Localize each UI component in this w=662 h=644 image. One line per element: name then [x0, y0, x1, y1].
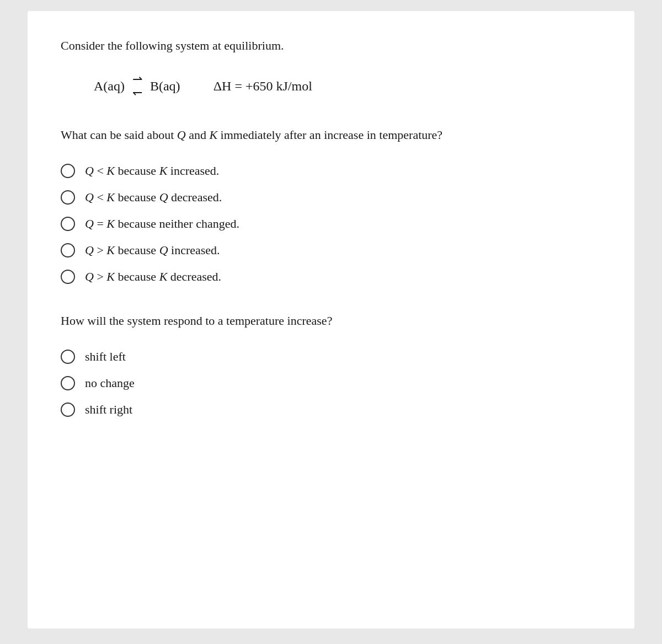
q2-opt3-label: shift right	[85, 402, 132, 417]
radio-q2-opt2[interactable]	[61, 376, 75, 390]
equation: A(aq) ⇀ ↽ B(aq)	[94, 73, 180, 99]
q1-opt4-label: Q > K because Q increased.	[85, 243, 220, 257]
question2-options: shift left no change shift right	[61, 350, 601, 417]
question2-text: How will the system respond to a tempera…	[61, 312, 601, 330]
q1-option4[interactable]: Q > K because Q increased.	[61, 243, 601, 257]
radio-q2-opt3[interactable]	[61, 402, 75, 417]
q1-option5[interactable]: Q > K because K decreased.	[61, 270, 601, 284]
radio-q1-opt4[interactable]	[61, 243, 75, 257]
q2-opt1-label: shift left	[85, 350, 126, 364]
page-container: Consider the following system at equilib…	[28, 11, 634, 629]
q1-option2[interactable]: Q < K because Q decreased.	[61, 190, 601, 205]
radio-q1-opt2[interactable]	[61, 190, 75, 205]
radio-q1-opt5[interactable]	[61, 270, 75, 284]
q1-option3[interactable]: Q = K because neither changed.	[61, 217, 601, 231]
question1-text: What can be said about Q and K immediate…	[61, 126, 601, 144]
radio-q2-opt1[interactable]	[61, 350, 75, 364]
radio-q1-opt3[interactable]	[61, 217, 75, 231]
q2-option1[interactable]: shift left	[61, 350, 601, 364]
q2-opt2-label: no change	[85, 376, 135, 390]
question1-options: Q < K because K increased. Q < K because…	[61, 164, 601, 284]
equation-block: A(aq) ⇀ ↽ B(aq) ΔH = +650 kJ/mol	[94, 73, 601, 99]
intro-text: Consider the following system at equilib…	[61, 39, 601, 53]
q2-option2[interactable]: no change	[61, 376, 601, 390]
q1-opt1-label: Q < K because K increased.	[85, 164, 219, 178]
reactant: A(aq)	[94, 79, 125, 94]
q1-option1[interactable]: Q < K because K increased.	[61, 164, 601, 178]
q1-opt5-label: Q > K because K decreased.	[85, 270, 221, 284]
q1-opt2-label: Q < K because Q decreased.	[85, 190, 222, 205]
delta-h: ΔH = +650 kJ/mol	[213, 79, 312, 94]
product: B(aq)	[150, 79, 180, 94]
q2-option3[interactable]: shift right	[61, 402, 601, 417]
radio-q1-opt1[interactable]	[61, 164, 75, 178]
q1-opt3-label: Q = K because neither changed.	[85, 217, 239, 231]
equilibrium-arrow-icon: ⇀ ↽	[132, 73, 142, 99]
